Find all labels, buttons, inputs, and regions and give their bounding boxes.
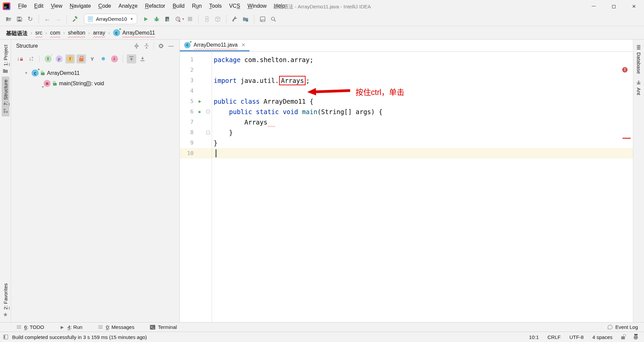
menu-tools[interactable]: Tools xyxy=(206,1,225,11)
expand-all-button[interactable] xyxy=(131,42,142,50)
tool-window-toggle-icon[interactable] xyxy=(3,335,8,339)
code-line-5[interactable]: 5▶public class ArrayDemo11 { xyxy=(180,96,633,106)
breadcrumb-item-array[interactable]: array xyxy=(92,29,106,37)
toolwindow-button-0-messages[interactable]: 0: Messages xyxy=(98,324,135,330)
build-project-button[interactable] xyxy=(70,14,80,24)
save-all-button[interactable] xyxy=(14,14,25,24)
line-number[interactable]: 4 xyxy=(180,88,195,94)
debug-button[interactable] xyxy=(151,14,162,24)
write-access-icon[interactable] xyxy=(621,336,625,339)
run-line-icon[interactable]: ▶ xyxy=(199,109,201,114)
caret-position[interactable]: 10:1 xyxy=(529,334,539,340)
menu-vcs[interactable]: VCS xyxy=(225,1,244,11)
line-number[interactable]: 1 xyxy=(180,56,195,63)
line-number[interactable]: 10 xyxy=(180,150,195,156)
code-line-6[interactable]: 6▶− public static void main(String[] arg… xyxy=(180,106,633,117)
menu-code[interactable]: Code xyxy=(95,1,115,11)
run-button[interactable] xyxy=(141,14,151,24)
toolwindow-button-event-log[interactable]: Event Log xyxy=(608,324,638,330)
file-encoding[interactable]: UTF-8 xyxy=(569,334,584,340)
maximize-button[interactable] xyxy=(604,0,624,12)
fold-end-icon[interactable] xyxy=(206,131,210,134)
menu-refactor[interactable]: Refactor xyxy=(141,1,169,11)
run-with-coverage-button[interactable] xyxy=(162,14,173,24)
code-line-3[interactable]: 3import java.util.Arrays; xyxy=(180,75,633,86)
menu-edit[interactable]: Edit xyxy=(31,1,47,11)
update-project-button[interactable] xyxy=(202,14,212,24)
line-number[interactable]: 9 xyxy=(180,140,195,146)
menu-window[interactable]: Window xyxy=(244,1,270,11)
sort-alphabetically-button[interactable]: ↓az xyxy=(26,54,36,63)
line-number[interactable]: 6 xyxy=(180,108,195,115)
forward-button[interactable]: → xyxy=(53,14,63,24)
menu-file[interactable]: File xyxy=(14,1,31,11)
toolwindow-button-terminal[interactable]: Terminal xyxy=(150,324,177,330)
structure-node-arraydemo11[interactable]: ▼cArrayDemo11 xyxy=(11,68,179,78)
structure-node-main-string-void[interactable]: mmain(String[]): void xyxy=(11,78,179,89)
fold-start-icon[interactable]: − xyxy=(206,110,210,113)
toolwindow-button-6-todo[interactable]: 6: TODO xyxy=(16,324,44,330)
close-button[interactable]: × xyxy=(624,0,644,12)
code-line-8[interactable]: 8 } xyxy=(180,127,633,138)
show-non-public-button[interactable] xyxy=(76,54,86,63)
show-inherited-button[interactable]: I xyxy=(43,54,53,63)
hide-panel-button[interactable]: — xyxy=(166,42,176,50)
search-everywhere-button[interactable] xyxy=(268,14,279,24)
settings-button[interactable] xyxy=(229,14,240,24)
menu-view[interactable]: View xyxy=(47,1,66,11)
open-project-button[interactable] xyxy=(3,14,14,24)
project-structure-button[interactable] xyxy=(240,14,251,24)
editor-tab[interactable]: c ArrayDemo11.java ✕ xyxy=(180,40,250,51)
synchronize-button[interactable]: ↻ xyxy=(25,14,36,24)
commit-button[interactable] xyxy=(212,14,223,24)
breadcrumb-class[interactable]: cArrayDemo11 xyxy=(112,29,156,37)
line-number[interactable]: 2 xyxy=(180,67,195,73)
code-line-9[interactable]: 9} xyxy=(180,138,633,148)
tool-tab-1-project[interactable]: 1: Project xyxy=(2,42,9,77)
autoscroll-from-source-button[interactable] xyxy=(138,54,147,63)
error-stripe-mark[interactable] xyxy=(623,138,631,139)
breadcrumb-project[interactable]: 基础语法 xyxy=(5,28,28,38)
show-fields-button[interactable]: f xyxy=(65,54,75,63)
code-line-2[interactable]: 2 xyxy=(180,65,633,75)
line-number[interactable]: 5 xyxy=(180,98,195,104)
show-anonymous-button[interactable] xyxy=(99,54,108,63)
code-line-7[interactable]: 7 Arrays xyxy=(180,117,633,127)
close-tab-icon[interactable]: ✕ xyxy=(240,42,246,48)
code-editor[interactable]: 1package com.shelton.array;23import java… xyxy=(180,52,633,322)
code-line-1[interactable]: 1package com.shelton.array; xyxy=(180,54,633,65)
breadcrumb-item-src[interactable]: src xyxy=(35,29,43,37)
menu-analyze[interactable]: Analyze xyxy=(115,1,141,11)
autoscroll-to-source-button[interactable] xyxy=(127,54,136,63)
line-number[interactable]: 8 xyxy=(180,129,195,136)
line-number[interactable]: 3 xyxy=(180,77,195,84)
run-configuration-select[interactable]: ArrayDemo10 ▼ xyxy=(84,14,137,24)
structure-settings-button[interactable] xyxy=(156,42,166,50)
code-line-4[interactable]: 4 xyxy=(180,86,633,96)
breadcrumb-item-shelton[interactable]: shelton xyxy=(67,29,86,37)
collapse-all-button[interactable] xyxy=(142,42,152,50)
tool-tab-ant[interactable]: Ant xyxy=(635,77,643,98)
error-indicator-icon[interactable] xyxy=(622,67,628,72)
show-lambdas-button[interactable]: λ xyxy=(110,54,119,63)
tool-tab-7-structure[interactable]: 7: Structure xyxy=(2,77,9,116)
line-ending[interactable]: CRLF xyxy=(547,334,560,340)
tool-tab-2-favorites[interactable]: 2: Favorites★ xyxy=(2,280,9,320)
menu-run[interactable]: Run xyxy=(188,1,205,11)
code-line-10[interactable]: 10 xyxy=(180,148,633,158)
tool-tab-database[interactable]: Database xyxy=(635,42,643,77)
profiler-dropdown-icon[interactable]: ▼ xyxy=(181,17,184,21)
menu-navigate[interactable]: Navigate xyxy=(66,1,95,11)
tool-windows-button[interactable] xyxy=(257,14,268,24)
breadcrumb-item-com[interactable]: com xyxy=(49,29,61,37)
back-button[interactable]: ← xyxy=(42,14,53,24)
line-number[interactable]: 7 xyxy=(180,119,195,125)
sort-by-visibility-button[interactable]: ↓ xyxy=(15,54,24,63)
menu-build[interactable]: Build xyxy=(169,1,189,11)
show-properties-button[interactable]: p xyxy=(54,54,64,63)
chevron-down-icon[interactable]: ▼ xyxy=(24,71,29,75)
group-methods-button[interactable]: Y xyxy=(88,54,97,63)
indent-setting[interactable]: 4 spaces xyxy=(592,334,612,340)
ide-status-icon[interactable] xyxy=(634,335,638,340)
stop-button[interactable] xyxy=(184,14,195,24)
